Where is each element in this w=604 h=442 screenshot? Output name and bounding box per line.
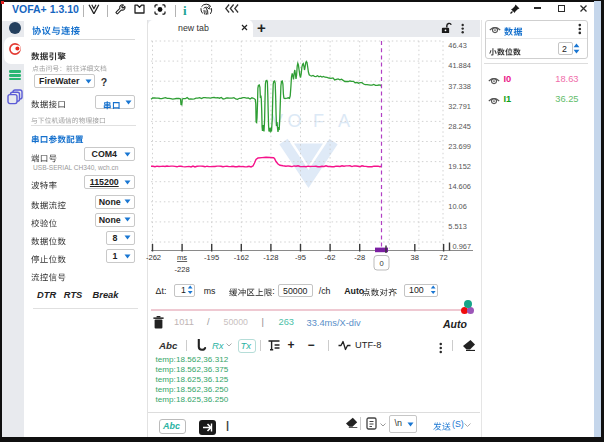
svg-text:32.791: 32.791 xyxy=(448,102,471,111)
svg-text:10.06: 10.06 xyxy=(448,202,467,211)
svg-text:41.884: 41.884 xyxy=(448,61,471,70)
svg-text:-162: -162 xyxy=(234,253,249,262)
svg-text:0: 0 xyxy=(379,259,383,268)
svg-text:-28: -28 xyxy=(354,253,365,262)
svg-text:14.606: 14.606 xyxy=(448,182,471,191)
svg-text:19.152: 19.152 xyxy=(448,162,471,171)
svg-text:38: 38 xyxy=(411,253,419,262)
svg-text:28.245: 28.245 xyxy=(448,122,471,131)
svg-text:-128: -128 xyxy=(263,253,278,262)
svg-text:-62: -62 xyxy=(325,253,336,262)
svg-text:-228: -228 xyxy=(174,265,189,274)
svg-text:O: O xyxy=(287,111,301,131)
svg-text:0.967: 0.967 xyxy=(453,242,472,251)
svg-text:46.43: 46.43 xyxy=(448,41,467,50)
svg-text:F: F xyxy=(313,111,324,131)
svg-text:37.338: 37.338 xyxy=(448,82,471,91)
svg-text:-262: -262 xyxy=(146,253,161,262)
svg-text:72: 72 xyxy=(439,253,447,262)
svg-text:5.513: 5.513 xyxy=(448,222,467,231)
svg-text:A: A xyxy=(338,111,350,131)
svg-text:-95: -95 xyxy=(295,253,306,262)
svg-text:23.699: 23.699 xyxy=(448,142,471,151)
svg-text:ms: ms xyxy=(177,253,187,262)
svg-text:-195: -195 xyxy=(204,253,219,262)
